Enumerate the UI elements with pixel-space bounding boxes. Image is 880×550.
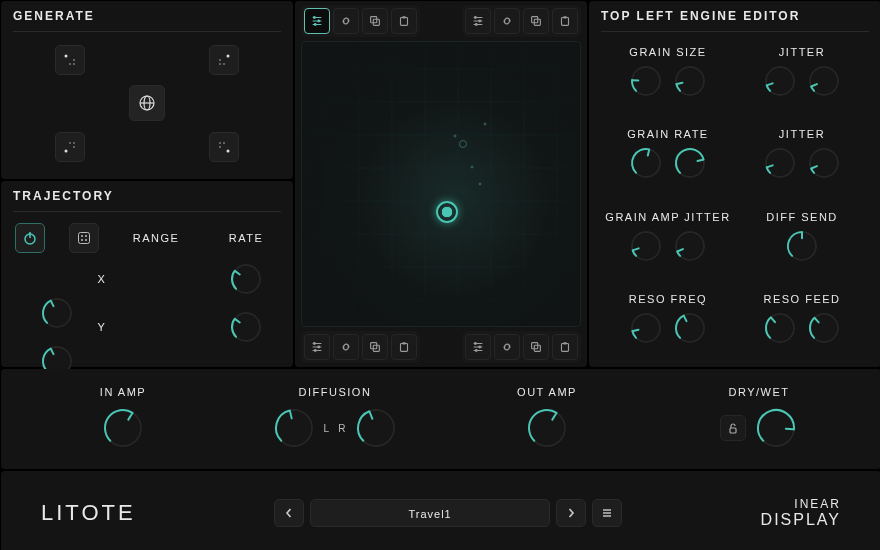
engine-2-knob-1[interactable] xyxy=(673,146,707,180)
global-param: DRY/WET xyxy=(720,386,798,450)
param-label: OUT AMP xyxy=(517,386,577,398)
generate-corner-bottom-left[interactable] xyxy=(55,132,85,162)
engine-top-right-paste-button[interactable] xyxy=(552,8,578,34)
param-label: GRAIN AMP JITTER xyxy=(605,211,730,223)
svg-rect-32 xyxy=(563,16,567,18)
svg-point-42 xyxy=(475,349,478,352)
svg-point-15 xyxy=(227,150,230,153)
channel-label-r: R xyxy=(338,423,346,434)
trajectory-panel: TRAJECTORY RANGE RATE X Y xyxy=(1,181,293,367)
generate-global[interactable] xyxy=(129,85,165,121)
svg-point-96 xyxy=(85,239,87,241)
engine-top-left-paste-button[interactable] xyxy=(391,8,417,34)
svg-point-7 xyxy=(219,59,221,61)
global-3-knob-0[interactable] xyxy=(754,406,798,450)
trajectory-randomize-button[interactable] xyxy=(69,223,99,253)
param-label: JITTER xyxy=(779,46,825,58)
global-1-knob-0[interactable] xyxy=(272,406,316,450)
preset-next-button[interactable] xyxy=(556,499,586,527)
trajectory-X-range-knob[interactable] xyxy=(229,262,263,296)
preset-prev-button[interactable] xyxy=(274,499,304,527)
generate-corner-bottom-right[interactable] xyxy=(209,132,239,162)
engine-top-left-sliders-button[interactable] xyxy=(304,8,330,34)
trajectory-row: X xyxy=(3,262,291,310)
svg-rect-38 xyxy=(401,344,408,352)
dice-icon xyxy=(77,231,91,245)
generate-corner-top-right[interactable] xyxy=(209,45,239,75)
preset-menu-button[interactable] xyxy=(592,499,622,527)
link-icon xyxy=(339,340,353,354)
svg-point-4 xyxy=(227,54,230,57)
sliders-icon xyxy=(471,340,485,354)
engine-3-knob-1[interactable] xyxy=(807,146,841,180)
engine-bottom-right-paste-button[interactable] xyxy=(552,334,578,360)
engine-bottom-right-link-button[interactable] xyxy=(494,334,520,360)
global-1-knob-1[interactable] xyxy=(354,406,398,450)
svg-point-97 xyxy=(85,235,87,237)
sliders-icon xyxy=(471,14,485,28)
svg-rect-123 xyxy=(730,428,736,433)
product-logo: LITOTE xyxy=(41,500,136,526)
engine-3-knob-0[interactable] xyxy=(763,146,797,180)
engine-4-knob-1[interactable] xyxy=(673,229,707,263)
engine-param: RESO FEED xyxy=(735,279,869,359)
engine-bottom-left-paste-button[interactable] xyxy=(391,334,417,360)
engine-bottom-right-copy-button[interactable] xyxy=(523,334,549,360)
engine-0-knob-0[interactable] xyxy=(629,64,663,98)
engine-5-knob-0[interactable] xyxy=(785,229,819,263)
preset-name-display[interactable]: Travel1 xyxy=(310,499,550,527)
svg-point-27 xyxy=(478,20,481,23)
engine-1-knob-0[interactable] xyxy=(763,64,797,98)
engine-bottom-left-link-button[interactable] xyxy=(333,334,359,360)
global-param: IN AMP xyxy=(100,386,146,450)
sliders-icon xyxy=(310,14,324,28)
engine-7-knob-1[interactable] xyxy=(807,311,841,345)
param-label: GRAIN SIZE xyxy=(629,46,706,58)
engine-top-right-sliders-button[interactable] xyxy=(465,8,491,34)
generate-corner-top-left[interactable] xyxy=(55,45,85,75)
engine-6-knob-1[interactable] xyxy=(673,311,707,345)
copy-icon xyxy=(529,14,543,28)
trajectory-X-rate-knob[interactable] xyxy=(40,296,74,330)
svg-point-13 xyxy=(73,142,75,144)
engine-top-right-link-button[interactable] xyxy=(494,8,520,34)
engine-param: GRAIN AMP JITTER xyxy=(601,197,735,277)
engine-bottom-left-copy-button[interactable] xyxy=(362,334,388,360)
corner-br-icon xyxy=(217,140,231,154)
xy-toolbar-bottom xyxy=(295,327,587,367)
sliders-icon xyxy=(310,340,324,354)
global-2-knob-0[interactable] xyxy=(525,406,569,450)
trajectory-power-button[interactable] xyxy=(15,223,45,253)
engine-top-left-link-button[interactable] xyxy=(333,8,359,34)
preset-navigator: Travel1 xyxy=(160,499,737,527)
drywet-lock-button[interactable] xyxy=(720,415,746,441)
svg-rect-46 xyxy=(563,342,567,344)
svg-point-40 xyxy=(474,342,477,345)
engine-2-knob-0[interactable] xyxy=(629,146,663,180)
engine-top-right-copy-button[interactable] xyxy=(523,8,549,34)
xy-cursor[interactable] xyxy=(436,201,458,223)
paste-icon xyxy=(397,14,411,28)
svg-point-18 xyxy=(219,146,221,148)
globe-icon xyxy=(138,94,156,112)
chevron-left-icon xyxy=(284,508,294,518)
engine-top-left-copy-button[interactable] xyxy=(362,8,388,34)
link-icon xyxy=(339,14,353,28)
engine-1-knob-1[interactable] xyxy=(807,64,841,98)
svg-point-11 xyxy=(64,150,67,153)
xy-pad[interactable] xyxy=(301,41,581,327)
xy-particle xyxy=(453,134,456,137)
engine-4-knob-0[interactable] xyxy=(629,229,663,263)
trajectory-Y-range-knob[interactable] xyxy=(229,310,263,344)
xy-particle xyxy=(459,140,467,148)
svg-point-33 xyxy=(313,342,316,345)
global-0-knob-0[interactable] xyxy=(101,406,145,450)
corner-bl-icon xyxy=(63,140,77,154)
engine-6-knob-0[interactable] xyxy=(629,311,663,345)
engine-bottom-right-sliders-button[interactable] xyxy=(465,334,491,360)
engine-0-knob-1[interactable] xyxy=(673,64,707,98)
engine-7-knob-0[interactable] xyxy=(763,311,797,345)
engine-bottom-left-sliders-button[interactable] xyxy=(304,334,330,360)
svg-line-61 xyxy=(648,150,649,155)
generate-title: GENERATE xyxy=(1,1,293,27)
